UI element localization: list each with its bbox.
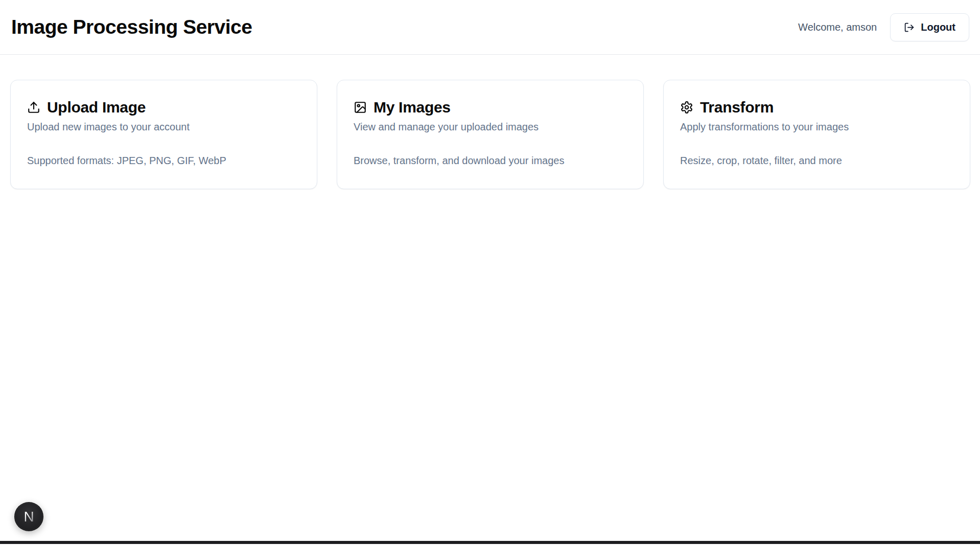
dashboard-cards: Upload Image Upload new images to your a… bbox=[0, 55, 980, 189]
card-title-row: Transform bbox=[680, 99, 954, 116]
card-description: Resize, crop, rotate, filter, and more bbox=[680, 155, 954, 167]
card-subtitle: Upload new images to your account bbox=[27, 121, 301, 133]
gear-icon bbox=[680, 101, 693, 114]
page-title: Image Processing Service bbox=[11, 16, 252, 38]
card-transform[interactable]: Transform Apply transformations to your … bbox=[663, 80, 970, 189]
card-title: Transform bbox=[700, 99, 774, 116]
logout-icon bbox=[904, 22, 915, 33]
logout-button[interactable]: Logout bbox=[890, 13, 969, 41]
nextjs-dev-indicator-button[interactable]: N bbox=[14, 502, 43, 531]
upload-icon bbox=[27, 101, 40, 114]
card-subtitle: View and manage your uploaded images bbox=[354, 121, 628, 133]
image-icon bbox=[354, 101, 367, 114]
card-title: Upload Image bbox=[47, 99, 146, 116]
card-description: Browse, transform, and download your ima… bbox=[354, 155, 628, 167]
window-bottom-edge bbox=[0, 541, 980, 544]
card-subtitle: Apply transformations to your images bbox=[680, 121, 954, 133]
card-title-row: My Images bbox=[354, 99, 628, 116]
welcome-text: Welcome, amson bbox=[798, 21, 877, 33]
header-right: Welcome, amson Logout bbox=[798, 13, 969, 41]
logout-label: Logout bbox=[921, 21, 955, 33]
card-title: My Images bbox=[374, 99, 451, 116]
card-upload-image[interactable]: Upload Image Upload new images to your a… bbox=[10, 80, 317, 189]
app-header: Image Processing Service Welcome, amson … bbox=[0, 0, 980, 55]
card-title-row: Upload Image bbox=[27, 99, 301, 116]
card-my-images[interactable]: My Images View and manage your uploaded … bbox=[337, 80, 644, 189]
card-description: Supported formats: JPEG, PNG, GIF, WebP bbox=[27, 155, 301, 167]
nextjs-logo-n: N bbox=[24, 510, 34, 524]
